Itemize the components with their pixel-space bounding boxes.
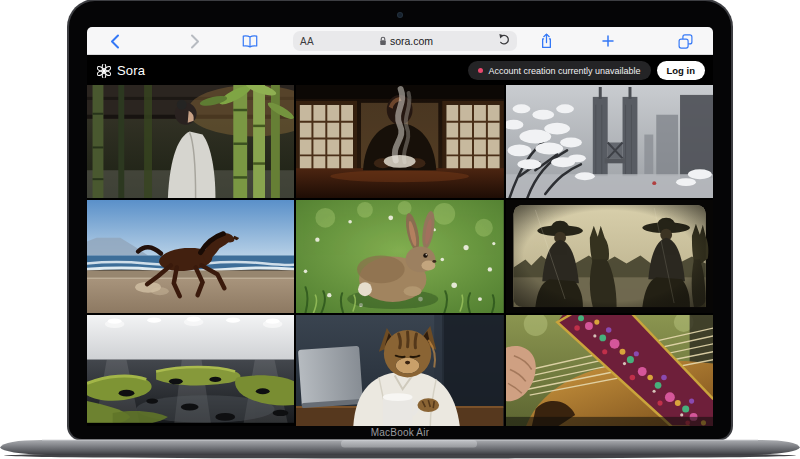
webcam-dot-icon — [398, 13, 402, 17]
video-thumb-snowy-twin-towers[interactable] — [506, 85, 713, 198]
video-thumb-tea-house-elder[interactable] — [296, 85, 503, 198]
video-thumb-office-cat[interactable] — [296, 315, 503, 426]
video-thumb-beach-horse[interactable] — [87, 200, 294, 313]
brand-name: Sora — [117, 63, 145, 78]
notice-text: Account creation currently unavailable — [488, 66, 640, 76]
laptop-lid: AA sora.com — [69, 1, 731, 439]
reload-button[interactable] — [498, 32, 510, 50]
share-button[interactable] — [537, 27, 555, 55]
video-thumb-vintage-riders[interactable] — [506, 200, 713, 313]
laptop-screen: AA sora.com — [87, 27, 713, 426]
video-grid — [87, 85, 713, 426]
forward-button[interactable] — [187, 27, 203, 55]
bookmarks-icon[interactable] — [241, 27, 259, 55]
new-tab-button[interactable] — [600, 27, 616, 55]
macbook-mockup: AA sora.com — [0, 0, 800, 459]
reader-mode-button[interactable]: AA — [300, 36, 314, 47]
browser-toolbar: AA sora.com — [87, 27, 713, 55]
video-thumb-bamboo-garden-woman[interactable] — [87, 85, 294, 198]
sora-brand[interactable]: Sora — [97, 63, 145, 78]
laptop-base — [0, 439, 800, 459]
back-button[interactable] — [107, 27, 123, 55]
url-text: sora.com — [390, 35, 433, 47]
device-label: MacBook Air — [0, 427, 800, 438]
sora-header: Sora Account creation currently unavaila… — [87, 56, 713, 85]
status-dot-icon — [478, 68, 483, 73]
video-thumb-ornate-guitar[interactable] — [506, 315, 713, 426]
video-thumb-moss-installation[interactable] — [87, 315, 294, 426]
tabs-overview-button[interactable] — [675, 27, 695, 55]
address-bar[interactable]: AA sora.com — [293, 31, 517, 51]
video-thumb-meadow-rabbit[interactable] — [296, 200, 503, 313]
login-button[interactable]: Log in — [657, 61, 706, 80]
base-notch — [341, 440, 477, 448]
sora-logo-icon — [97, 64, 111, 78]
account-notice-badge: Account creation currently unavailable — [468, 61, 650, 80]
lock-icon — [379, 36, 387, 46]
